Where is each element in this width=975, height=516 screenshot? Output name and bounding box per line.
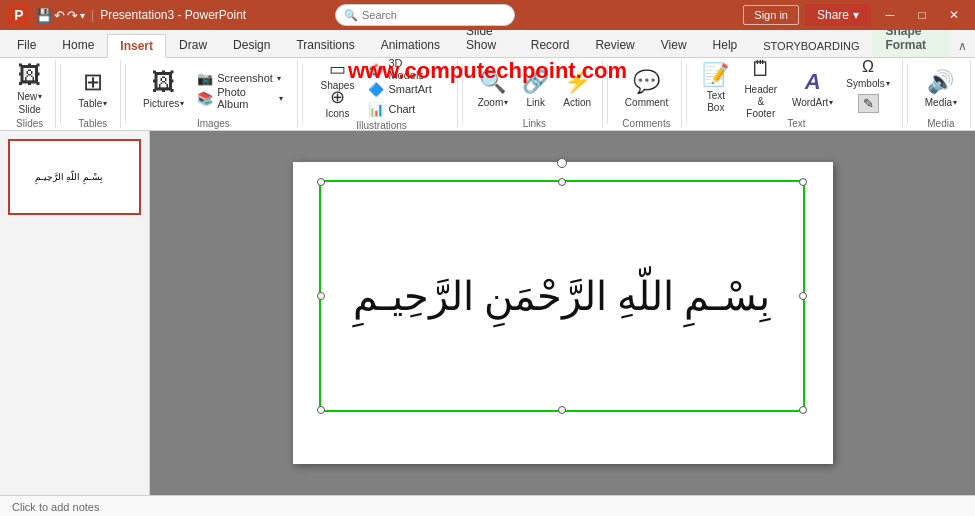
chart-icon: 📊 <box>368 102 384 117</box>
slide-thumb-inner: بِسْـمِ اللّهِ الرَّحِيـمِ <box>10 141 128 213</box>
slide-thumb-arabic: بِسْـمِ اللّهِ الرَّحِيـمِ <box>31 168 107 186</box>
divider-3 <box>302 64 303 124</box>
ribbon: File Home Insert Draw Design Transitions… <box>0 30 975 131</box>
header-footer-button[interactable]: 🗒 Header& Footer <box>737 60 785 116</box>
slide-1-thumbnail[interactable]: بِسْـمِ اللّهِ الرَّحِيـمِ <box>8 139 141 215</box>
slide-textbox[interactable]: بِسْـمِ اللّهِ الرَّحْمَنِ الرَّحِيـمِ <box>319 180 805 412</box>
close-button[interactable]: ✕ <box>941 2 967 28</box>
divider-4 <box>462 64 463 124</box>
table-dropdown[interactable]: ▾ <box>103 99 107 108</box>
chart-button[interactable]: 📊 Chart <box>362 100 448 118</box>
title-text: Presentation3 - PowerPoint <box>100 8 246 22</box>
zoom-button[interactable]: 🔍 Zoom ▾ <box>472 60 515 116</box>
new-slide-label: New <box>17 91 37 102</box>
divider-5 <box>607 64 608 124</box>
tab-home[interactable]: Home <box>49 33 107 57</box>
redo-icon[interactable]: ↷ <box>67 8 78 23</box>
models-3d-dropdown[interactable]: ▾ <box>439 65 443 74</box>
comment-button[interactable]: 💬 Comment <box>619 60 674 116</box>
maximize-button[interactable]: □ <box>909 2 935 28</box>
tab-help[interactable]: Help <box>700 33 751 57</box>
comment-label: Comment <box>625 97 668 108</box>
slide-container[interactable]: بِسْـمِ اللّهِ الرَّحْمَنِ الرَّحِيـمِ <box>293 162 833 464</box>
symbols-dropdown[interactable]: ▾ <box>886 79 890 88</box>
smartart-button[interactable]: 🔷 SmartArt <box>362 80 448 98</box>
arabic-text: بِسْـمِ اللّهِ الرَّحْمَنِ الرَّحِيـمِ <box>353 273 770 320</box>
tables-group-label: Tables <box>78 118 107 129</box>
tab-view[interactable]: View <box>648 33 700 57</box>
ribbon-content: 🖼 New ▾ Slide Slides ⊞ Table ▾ <box>0 58 975 130</box>
tab-storyboarding[interactable]: STORYBOARDING <box>750 35 872 57</box>
customize-icon[interactable]: ▾ <box>80 10 85 21</box>
title-bar-right: Sign in Share ▾ ─ □ ✕ <box>743 2 967 28</box>
group-media: 🔊 Media ▾ Media <box>912 60 971 128</box>
group-tables: ⊞ Table ▾ Tables <box>65 60 121 128</box>
action-button[interactable]: ⚡ Action <box>557 60 597 116</box>
tab-record[interactable]: Record <box>518 33 583 57</box>
photo-album-button[interactable]: 📚 Photo Album ▾ <box>191 89 289 107</box>
models-3d-icon: 🎲 <box>368 62 384 77</box>
media-dropdown[interactable]: ▾ <box>953 98 957 107</box>
rotate-handle[interactable] <box>557 158 567 168</box>
new-slide-dropdown[interactable]: ▾ <box>38 92 42 101</box>
slide-area: بِسْـمِ اللّهِ الرَّحْمَنِ الرَّحِيـمِ <box>150 131 975 495</box>
new-slide-sublabel: Slide <box>19 104 41 115</box>
new-slide-icon: 🖼 <box>18 61 42 89</box>
symbols-button[interactable]: Ω Symbols ▾ <box>840 60 895 86</box>
action-icon: ⚡ <box>564 69 591 95</box>
link-button[interactable]: 🔗 Link <box>516 60 555 116</box>
tab-review[interactable]: Review <box>582 33 647 57</box>
share-button[interactable]: Share ▾ <box>805 4 871 26</box>
shapes-icon: ▭ <box>329 60 346 78</box>
textbox-button[interactable]: 📝 TextBox <box>697 60 735 116</box>
notes-bar[interactable]: Click to add notes <box>0 495 975 516</box>
ribbon-collapse[interactable]: ∧ <box>950 35 975 57</box>
wordart-icon: A <box>805 69 821 95</box>
divider-2 <box>125 64 126 124</box>
link-icon: 🔗 <box>522 69 549 95</box>
screenshot-icon: 📷 <box>197 71 213 86</box>
textbox-label: TextBox <box>707 90 725 114</box>
equation-button[interactable]: ✎ <box>840 90 895 116</box>
minimize-button[interactable]: ─ <box>877 2 903 28</box>
textbox-icon: 📝 <box>702 62 729 88</box>
tab-insert[interactable]: Insert <box>107 34 166 58</box>
photo-album-label: Photo Album <box>217 86 275 110</box>
wordart-button[interactable]: A WordArt ▾ <box>787 60 838 116</box>
wordart-label: WordArt <box>792 97 829 108</box>
divider-1 <box>60 64 61 124</box>
shapes-button[interactable]: ▭ Shapes <box>315 62 361 88</box>
tab-draw[interactable]: Draw <box>166 33 220 57</box>
screenshot-dropdown[interactable]: ▾ <box>277 74 281 83</box>
group-images: 🖼 Pictures ▾ 📷 Screenshot ▾ 📚 Photo Albu <box>130 60 297 128</box>
header-footer-icon: 🗒 <box>750 58 772 82</box>
media-button[interactable]: 🔊 Media ▾ <box>919 60 963 116</box>
icons-button[interactable]: ⊕ Icons <box>320 90 356 116</box>
search-input[interactable] <box>362 9 482 21</box>
pictures-dropdown[interactable]: ▾ <box>180 99 184 108</box>
media-label: Media <box>925 97 952 108</box>
zoom-dropdown[interactable]: ▾ <box>504 98 508 107</box>
tab-design[interactable]: Design <box>220 33 283 57</box>
tab-file[interactable]: File <box>4 33 49 57</box>
table-button[interactable]: ⊞ Table ▾ <box>72 60 113 116</box>
group-links: 🔍 Zoom ▾ 🔗 Link ⚡ Action Links <box>467 60 604 128</box>
tab-transitions[interactable]: Transitions <box>283 33 367 57</box>
tab-animations[interactable]: Animations <box>368 33 453 57</box>
equation-icon: ✎ <box>858 94 879 113</box>
models-3d-button[interactable]: 🎲 3D Models ▾ <box>362 60 448 78</box>
smartart-label: SmartArt <box>388 83 431 95</box>
undo-icon[interactable]: ↶ <box>54 8 65 23</box>
save-icon[interactable]: 💾 <box>36 8 52 23</box>
slide-panel: 1 بِسْـمِ اللّهِ الرَّحِيـمِ <box>0 131 150 495</box>
new-slide-button[interactable]: 🖼 New ▾ Slide <box>11 60 48 116</box>
notes-placeholder[interactable]: Click to add notes <box>12 501 99 513</box>
screenshot-button[interactable]: 📷 Screenshot ▾ <box>191 69 289 87</box>
table-label: Table <box>78 98 102 109</box>
search-bar[interactable]: 🔍 <box>335 4 515 26</box>
pictures-button[interactable]: 🖼 Pictures ▾ <box>138 60 189 116</box>
zoom-label: Zoom <box>478 97 504 108</box>
wordart-dropdown[interactable]: ▾ <box>829 98 833 107</box>
signin-button[interactable]: Sign in <box>743 5 799 25</box>
photo-album-dropdown[interactable]: ▾ <box>279 94 283 103</box>
